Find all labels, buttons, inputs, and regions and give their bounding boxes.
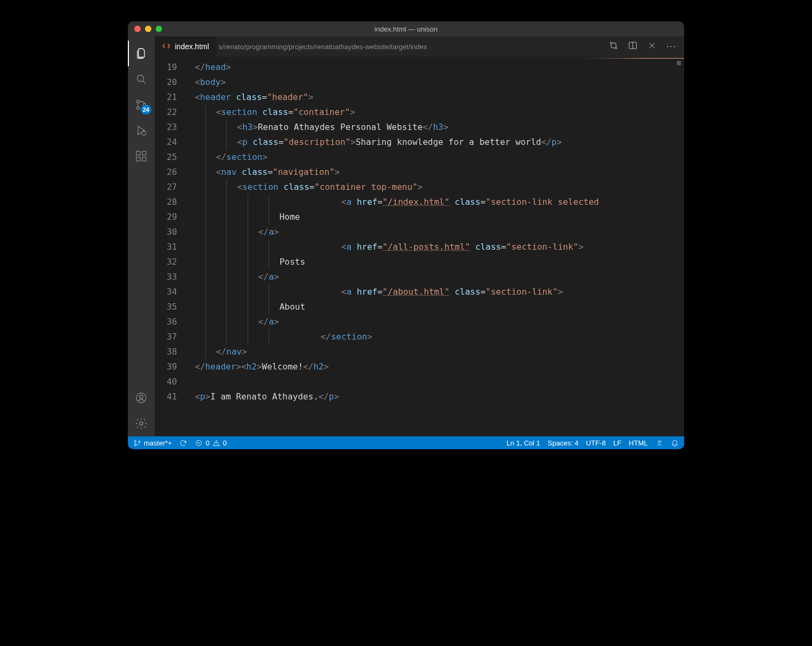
- search-activity[interactable]: [128, 66, 155, 92]
- code-line[interactable]: Posts: [185, 255, 684, 270]
- code-line[interactable]: </section>: [185, 150, 684, 165]
- line-number[interactable]: 20: [155, 75, 177, 90]
- line-number[interactable]: 30: [155, 225, 177, 240]
- editor-tab-bar: index.html s/renato/programming/projects…: [155, 36, 684, 57]
- scm-badge: 24: [141, 105, 151, 114]
- code-line[interactable]: </section>: [185, 329, 684, 344]
- accounts-activity[interactable]: [128, 385, 155, 411]
- code-line[interactable]: <section class="container top-menu">: [185, 180, 684, 195]
- warning-icon: [212, 439, 220, 447]
- code-line[interactable]: <section class="container">: [185, 105, 684, 120]
- code-line[interactable]: </a>: [185, 225, 684, 240]
- line-number[interactable]: 36: [155, 314, 177, 329]
- line-number[interactable]: 22: [155, 105, 177, 120]
- code-line[interactable]: <body>: [185, 75, 684, 90]
- status-indent[interactable]: Spaces: 4: [548, 439, 579, 447]
- code-line[interactable]: </nav>: [185, 344, 684, 359]
- code-line[interactable]: [185, 374, 684, 389]
- editor-tab-index-html[interactable]: index.html: [155, 36, 217, 57]
- split-editor-button[interactable]: [628, 41, 638, 52]
- code-line[interactable]: <p>I am Renato Athaydes.</p>: [185, 389, 684, 404]
- editor-more-actions[interactable]: ···: [667, 42, 677, 51]
- tab-filename: index.html: [175, 42, 209, 51]
- extensions-activity[interactable]: [128, 143, 155, 169]
- status-eol[interactable]: LF: [613, 439, 621, 447]
- status-branch[interactable]: master*+: [133, 439, 172, 447]
- line-number[interactable]: 26: [155, 165, 177, 180]
- code-line[interactable]: <h3>Renato Athaydes Personal Website</h3…: [185, 120, 684, 135]
- line-number[interactable]: 35: [155, 299, 177, 314]
- line-number[interactable]: 24: [155, 135, 177, 150]
- line-number[interactable]: 23: [155, 120, 177, 135]
- line-number-gutter[interactable]: 1920212223242526272829303132333435363738…: [155, 59, 185, 436]
- status-encoding[interactable]: UTF-8: [586, 439, 606, 447]
- code-line[interactable]: <a href="/all-posts.html" class="section…: [185, 240, 684, 255]
- sync-icon: [179, 439, 187, 447]
- line-number[interactable]: 27: [155, 180, 177, 195]
- code-line[interactable]: </a>: [185, 314, 684, 329]
- svg-rect-5: [136, 151, 140, 155]
- svg-rect-6: [136, 157, 140, 161]
- maximize-window-button[interactable]: [156, 26, 162, 32]
- code-line[interactable]: Home: [185, 210, 684, 225]
- close-window-button[interactable]: [134, 26, 141, 32]
- run-debug-activity[interactable]: [128, 118, 155, 143]
- status-sync[interactable]: [179, 439, 187, 447]
- line-number[interactable]: 34: [155, 284, 177, 299]
- line-number[interactable]: 32: [155, 255, 177, 270]
- line-number[interactable]: 39: [155, 359, 177, 374]
- debug-icon: [135, 124, 148, 137]
- line-number[interactable]: 21: [155, 90, 177, 105]
- svg-point-0: [137, 75, 144, 82]
- status-problems[interactable]: 0 0: [195, 439, 226, 447]
- line-number[interactable]: 38: [155, 344, 177, 359]
- line-number[interactable]: 33: [155, 270, 177, 284]
- code-line[interactable]: <header class="header">: [185, 90, 684, 105]
- settings-activity[interactable]: [128, 411, 155, 436]
- code-content[interactable]: </head> <body> <header class="header"> <…: [185, 59, 684, 436]
- status-notifications[interactable]: [671, 439, 679, 447]
- line-number[interactable]: 19: [155, 60, 177, 75]
- code-line[interactable]: </head>: [185, 60, 684, 75]
- code-line[interactable]: </a>: [185, 270, 684, 284]
- line-number[interactable]: 25: [155, 150, 177, 165]
- status-cursor[interactable]: Ln 1, Col 1: [507, 439, 540, 447]
- line-number[interactable]: 41: [155, 389, 177, 404]
- code-line[interactable]: <p class="description">Sharing knowledge…: [185, 135, 684, 150]
- code-line[interactable]: </header><h2>Welcome!</h2>: [185, 359, 684, 374]
- feedback-icon: [655, 439, 663, 447]
- line-number[interactable]: 37: [155, 329, 177, 344]
- source-control-activity[interactable]: 24: [128, 92, 155, 118]
- svg-point-12: [610, 42, 612, 44]
- close-editor-button[interactable]: [647, 41, 657, 52]
- status-language[interactable]: HTML: [629, 439, 648, 447]
- split-icon: [628, 41, 638, 50]
- activity-bar: 24: [128, 36, 155, 436]
- svg-point-13: [615, 47, 617, 49]
- compare-changes-button[interactable]: [609, 41, 618, 52]
- svg-point-4: [142, 131, 146, 135]
- files-icon: [135, 47, 148, 60]
- minimize-window-button[interactable]: [145, 26, 151, 32]
- explorer-activity[interactable]: [128, 41, 155, 66]
- line-number[interactable]: 28: [155, 195, 177, 210]
- code-line[interactable]: <a href="/about.html" class="section-lin…: [185, 284, 684, 299]
- code-line[interactable]: <nav class="navigation">: [185, 165, 684, 180]
- gear-icon: [135, 417, 148, 430]
- title-bar[interactable]: index.html — unison: [128, 21, 684, 36]
- line-number[interactable]: 40: [155, 374, 177, 389]
- code-line[interactable]: <a href="/index.html" class="section-lin…: [185, 195, 684, 210]
- bell-icon: [671, 439, 679, 447]
- status-feedback[interactable]: [655, 439, 663, 447]
- vscode-window: index.html — unison 24: [128, 21, 684, 449]
- line-number[interactable]: 29: [155, 210, 177, 225]
- window-title: index.html — unison: [128, 25, 684, 33]
- svg-point-2: [137, 107, 140, 110]
- editor-tab-controls: ···: [601, 36, 684, 57]
- line-number[interactable]: 31: [155, 240, 177, 255]
- svg-point-16: [134, 444, 136, 445]
- code-editor[interactable]: 1920212223242526272829303132333435363738…: [155, 59, 684, 436]
- code-line[interactable]: About: [185, 299, 684, 314]
- search-icon: [135, 73, 148, 86]
- svg-point-17: [139, 441, 140, 442]
